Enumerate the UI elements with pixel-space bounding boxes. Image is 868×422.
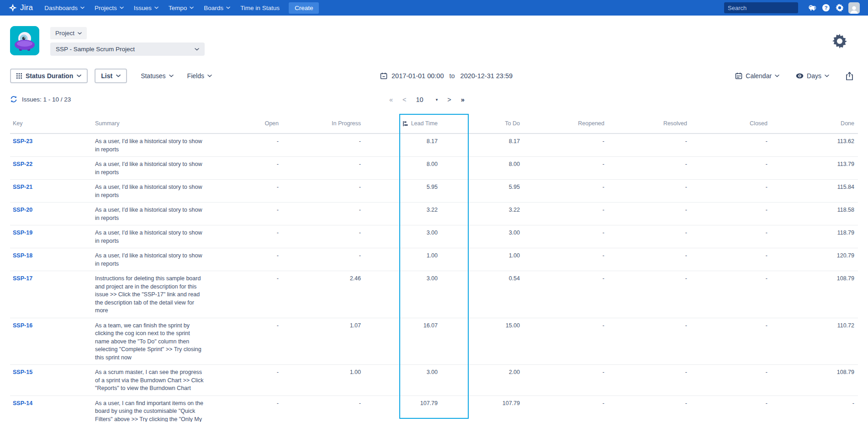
report-settings-gear-icon[interactable] — [832, 34, 847, 48]
issue-summary: As a user, I can find important items on… — [95, 400, 212, 422]
table-row: SSP-23 As a user, I'd like a historical … — [10, 134, 858, 157]
cell-reopened: - — [524, 160, 608, 176]
cell-closed: - — [691, 369, 771, 393]
fields-dropdown[interactable]: Fields — [187, 72, 212, 80]
nav-item-tempo[interactable]: Tempo — [164, 0, 199, 16]
pagination-last-button[interactable]: » — [461, 96, 465, 103]
chevron-down-icon — [226, 6, 230, 9]
issue-key-link[interactable]: SSP-18 — [13, 252, 32, 259]
column-header-in-progress[interactable]: In Progress — [282, 120, 365, 127]
pagination-next-button[interactable]: > — [447, 96, 451, 103]
chevron-down-icon — [78, 32, 82, 35]
cell-to-do: 1.00 — [441, 252, 524, 268]
pagination-first-button[interactable]: « — [389, 96, 393, 103]
statuses-dropdown[interactable]: Statuses — [141, 72, 173, 80]
cell-in-progress: - — [282, 183, 365, 199]
cell-reopened: - — [524, 275, 608, 315]
chevron-down-icon — [207, 75, 212, 77]
issue-key-link[interactable]: SSP-16 — [13, 322, 32, 329]
date-to: 2020-12-31 23:59 — [460, 72, 513, 80]
announcement-icon[interactable] — [805, 0, 819, 16]
nav-item-boards[interactable]: Boards — [199, 0, 235, 16]
cell-in-progress: 1.00 — [282, 369, 365, 393]
cell-open: - — [212, 138, 282, 154]
nav-item-dashboards[interactable]: Dashboards — [39, 0, 90, 16]
issues-count-label: Issues: 1 - 10 / 23 — [22, 96, 71, 103]
issue-summary: As a user, I'd like a historical story t… — [95, 183, 212, 199]
table-header-row: Key Summary Open In Progress Lead Time T… — [10, 114, 858, 134]
cell-closed: - — [691, 275, 771, 315]
jira-logo-text: Jira — [20, 3, 33, 12]
view-mode-button[interactable]: List — [95, 69, 127, 83]
cell-reopened: - — [524, 369, 608, 393]
table-row: SSP-19 As a user, I'd like a historical … — [10, 225, 858, 248]
cell-resolved: - — [608, 138, 691, 154]
issue-key-link[interactable]: SSP-22 — [13, 161, 32, 167]
column-header-to-do[interactable]: To Do — [441, 120, 524, 127]
jira-logo[interactable]: Jira — [8, 3, 33, 12]
table-row: SSP-20 As a user, I'd like a historical … — [10, 203, 858, 225]
issue-summary: As a team, we can finish the sprint by c… — [95, 322, 212, 362]
svg-text:?: ? — [825, 5, 828, 11]
column-header-lead-time[interactable]: Lead Time — [365, 120, 441, 127]
cell-done: 108.79 — [771, 275, 858, 315]
column-header-open[interactable]: Open — [212, 120, 282, 127]
cell-closed: - — [691, 229, 771, 245]
issue-key-link[interactable]: SSP-23 — [13, 138, 32, 144]
export-icon[interactable] — [846, 72, 853, 80]
nav-search[interactable] — [724, 2, 798, 13]
cell-closed: - — [691, 138, 771, 154]
column-header-done[interactable]: Done — [771, 120, 858, 127]
user-avatar[interactable] — [848, 2, 860, 14]
issue-key-link[interactable]: SSP-19 — [13, 230, 32, 236]
time-unit-dropdown[interactable]: Days — [796, 72, 829, 80]
cell-open: - — [212, 229, 282, 245]
date-range-picker[interactable]: 2017-01-01 00:00 to 2020-12-31 23:59 — [380, 68, 513, 84]
chevron-down-icon — [190, 6, 194, 9]
cell-lead-time: 107.79 — [365, 400, 441, 422]
cell-to-do: 2.00 — [441, 369, 524, 393]
project-selectors: Project SSP - Sample Scrum Project — [50, 26, 205, 56]
nav-item-issues[interactable]: Issues — [129, 0, 164, 16]
cell-resolved: - — [608, 322, 691, 362]
cell-closed: - — [691, 252, 771, 268]
cell-open: - — [212, 322, 282, 362]
help-icon[interactable]: ? — [819, 0, 833, 16]
chevron-down-icon — [80, 6, 85, 9]
chevron-down-icon — [77, 75, 81, 77]
column-header-summary[interactable]: Summary — [95, 120, 212, 127]
report-toolbar: Status Duration List Statuses Fields 201… — [0, 68, 868, 84]
search-input[interactable] — [728, 5, 808, 11]
jira-logo-icon — [8, 3, 17, 12]
nav-item-time-in-status[interactable]: Time in Status — [235, 0, 285, 16]
cell-in-progress: - — [282, 160, 365, 176]
column-header-closed[interactable]: Closed — [691, 120, 771, 127]
cell-to-do: 3.22 — [441, 206, 524, 222]
nav-item-projects[interactable]: Projects — [90, 0, 129, 16]
cell-done: 118.58 — [771, 206, 858, 222]
page-size-select[interactable]: 10 ▾ — [416, 96, 438, 103]
pagination-prev-button[interactable]: < — [402, 96, 406, 103]
report-type-button[interactable]: Status Duration — [10, 69, 88, 83]
cell-lead-time: 3.00 — [365, 229, 441, 245]
column-header-resolved[interactable]: Resolved — [608, 120, 691, 127]
cell-lead-time: 1.00 — [365, 252, 441, 268]
cell-open: - — [212, 369, 282, 393]
column-header-reopened[interactable]: Reopened — [524, 120, 608, 127]
table-row: SSP-15 As a scrum master, I can see the … — [10, 365, 858, 396]
refresh-icon[interactable] — [10, 96, 17, 103]
issue-key-link[interactable]: SSP-17 — [13, 275, 32, 282]
cell-resolved: - — [608, 369, 691, 393]
issue-key-link[interactable]: SSP-15 — [13, 369, 32, 375]
create-button[interactable]: Create — [289, 2, 319, 14]
project-select[interactable]: SSP - Sample Scrum Project — [50, 43, 205, 56]
table-row: SSP-21 As a user, I'd like a historical … — [10, 180, 858, 203]
issue-key-link[interactable]: SSP-14 — [13, 400, 32, 406]
cell-open: - — [212, 206, 282, 222]
project-type-button[interactable]: Project — [50, 27, 87, 39]
settings-gear-icon[interactable] — [833, 0, 847, 16]
column-header-key[interactable]: Key — [10, 120, 95, 127]
issue-key-link[interactable]: SSP-20 — [13, 207, 32, 213]
issue-key-link[interactable]: SSP-21 — [13, 184, 32, 190]
calendar-type-dropdown[interactable]: Calendar — [735, 72, 779, 80]
